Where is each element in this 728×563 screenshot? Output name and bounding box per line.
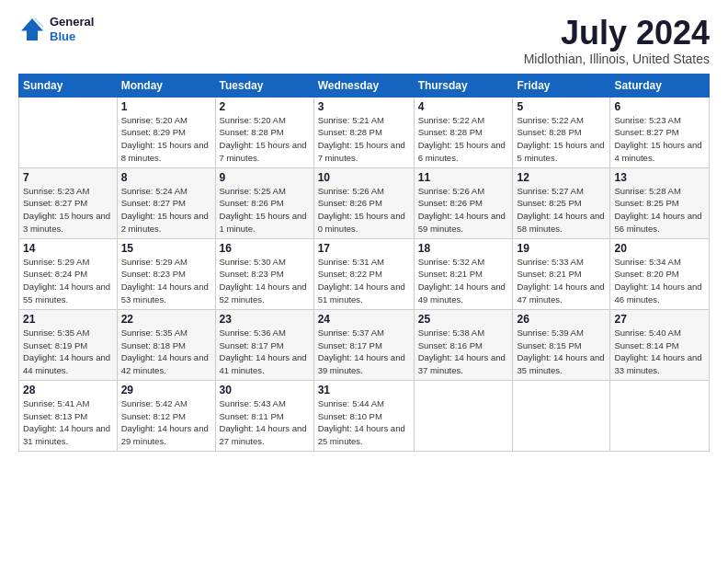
day-number: 27: [614, 313, 705, 326]
day-number: 8: [121, 171, 211, 184]
day-info: Sunrise: 5:34 AM Sunset: 8:20 PM Dayligh…: [614, 256, 705, 306]
day-info: Sunrise: 5:31 AM Sunset: 8:22 PM Dayligh…: [318, 256, 410, 306]
day-info: Sunrise: 5:32 AM Sunset: 8:21 PM Dayligh…: [418, 256, 509, 306]
calendar-week-row: 7Sunrise: 5:23 AM Sunset: 8:27 PM Daylig…: [19, 167, 710, 238]
table-row: 19Sunrise: 5:33 AM Sunset: 8:21 PM Dayli…: [513, 238, 610, 309]
day-number: 18: [418, 242, 509, 255]
title-block: July 2024 Midlothian, Illinois, United S…: [524, 15, 710, 66]
col-saturday: Saturday: [610, 74, 710, 97]
day-number: 12: [517, 171, 606, 184]
table-row: 29Sunrise: 5:42 AM Sunset: 8:12 PM Dayli…: [117, 380, 215, 451]
day-number: 4: [418, 100, 509, 113]
day-number: 10: [318, 171, 410, 184]
day-number: 2: [220, 100, 310, 113]
day-info: Sunrise: 5:37 AM Sunset: 8:17 PM Dayligh…: [318, 327, 410, 377]
day-number: 22: [121, 313, 211, 326]
day-number: 5: [517, 100, 606, 113]
calendar-table: Sunday Monday Tuesday Wednesday Thursday…: [18, 74, 710, 452]
day-number: 14: [23, 242, 113, 255]
calendar-week-row: 28Sunrise: 5:41 AM Sunset: 8:13 PM Dayli…: [19, 380, 710, 451]
table-row: 10Sunrise: 5:26 AM Sunset: 8:26 PM Dayli…: [313, 167, 414, 238]
day-number: 16: [220, 242, 310, 255]
calendar-header-row: Sunday Monday Tuesday Wednesday Thursday…: [19, 74, 710, 97]
day-number: 11: [418, 171, 509, 184]
day-number: 20: [614, 242, 705, 255]
table-row: 21Sunrise: 5:35 AM Sunset: 8:19 PM Dayli…: [19, 309, 118, 380]
table-row: 8Sunrise: 5:24 AM Sunset: 8:27 PM Daylig…: [117, 167, 215, 238]
calendar-week-row: 14Sunrise: 5:29 AM Sunset: 8:24 PM Dayli…: [19, 238, 710, 309]
page-header: General Blue July 2024 Midlothian, Illin…: [18, 15, 710, 66]
svg-marker-0: [21, 18, 43, 40]
day-info: Sunrise: 5:22 AM Sunset: 8:28 PM Dayligh…: [517, 114, 606, 165]
day-info: Sunrise: 5:27 AM Sunset: 8:25 PM Dayligh…: [517, 185, 606, 236]
day-info: Sunrise: 5:22 AM Sunset: 8:28 PM Dayligh…: [418, 114, 509, 165]
table-row: 27Sunrise: 5:40 AM Sunset: 8:14 PM Dayli…: [610, 309, 710, 380]
col-sunday: Sunday: [19, 74, 118, 97]
table-row: 20Sunrise: 5:34 AM Sunset: 8:20 PM Dayli…: [610, 238, 710, 309]
table-row: [610, 380, 710, 451]
table-row: 13Sunrise: 5:28 AM Sunset: 8:25 PM Dayli…: [610, 167, 710, 238]
day-number: 13: [614, 171, 705, 184]
day-number: 28: [23, 384, 113, 396]
table-row: 16Sunrise: 5:30 AM Sunset: 8:23 PM Dayli…: [215, 238, 313, 309]
day-info: Sunrise: 5:33 AM Sunset: 8:21 PM Dayligh…: [517, 256, 606, 306]
table-row: 7Sunrise: 5:23 AM Sunset: 8:27 PM Daylig…: [19, 167, 118, 238]
table-row: 11Sunrise: 5:26 AM Sunset: 8:26 PM Dayli…: [414, 167, 513, 238]
day-info: Sunrise: 5:29 AM Sunset: 8:23 PM Dayligh…: [121, 256, 211, 306]
calendar-week-row: 21Sunrise: 5:35 AM Sunset: 8:19 PM Dayli…: [19, 309, 710, 380]
day-info: Sunrise: 5:26 AM Sunset: 8:26 PM Dayligh…: [418, 185, 509, 236]
day-info: Sunrise: 5:38 AM Sunset: 8:16 PM Dayligh…: [418, 327, 509, 377]
table-row: 14Sunrise: 5:29 AM Sunset: 8:24 PM Dayli…: [19, 238, 118, 309]
day-info: Sunrise: 5:42 AM Sunset: 8:12 PM Dayligh…: [121, 397, 211, 448]
day-number: 1: [121, 100, 211, 113]
day-number: 23: [220, 313, 310, 326]
day-info: Sunrise: 5:35 AM Sunset: 8:19 PM Dayligh…: [23, 327, 113, 377]
day-info: Sunrise: 5:44 AM Sunset: 8:10 PM Dayligh…: [318, 397, 410, 448]
table-row: 2Sunrise: 5:20 AM Sunset: 8:28 PM Daylig…: [215, 97, 313, 167]
table-row: 9Sunrise: 5:25 AM Sunset: 8:26 PM Daylig…: [215, 167, 313, 238]
day-number: 9: [220, 171, 310, 184]
col-wednesday: Wednesday: [313, 74, 414, 97]
col-thursday: Thursday: [414, 74, 513, 97]
day-number: 25: [418, 313, 509, 326]
table-row: 15Sunrise: 5:29 AM Sunset: 8:23 PM Dayli…: [117, 238, 215, 309]
table-row: 28Sunrise: 5:41 AM Sunset: 8:13 PM Dayli…: [19, 380, 118, 451]
table-row: 12Sunrise: 5:27 AM Sunset: 8:25 PM Dayli…: [513, 167, 610, 238]
table-row: 22Sunrise: 5:35 AM Sunset: 8:18 PM Dayli…: [117, 309, 215, 380]
day-number: 7: [23, 171, 113, 184]
day-number: 15: [121, 242, 211, 255]
day-number: 24: [318, 313, 410, 326]
day-info: Sunrise: 5:40 AM Sunset: 8:14 PM Dayligh…: [614, 327, 705, 377]
table-row: 17Sunrise: 5:31 AM Sunset: 8:22 PM Dayli…: [313, 238, 414, 309]
table-row: 23Sunrise: 5:36 AM Sunset: 8:17 PM Dayli…: [215, 309, 313, 380]
day-number: 30: [220, 384, 310, 396]
table-row: 18Sunrise: 5:32 AM Sunset: 8:21 PM Dayli…: [414, 238, 513, 309]
day-info: Sunrise: 5:30 AM Sunset: 8:23 PM Dayligh…: [220, 256, 310, 306]
logo: General Blue: [18, 15, 94, 43]
day-info: Sunrise: 5:28 AM Sunset: 8:25 PM Dayligh…: [614, 185, 705, 236]
day-info: Sunrise: 5:29 AM Sunset: 8:24 PM Dayligh…: [23, 256, 113, 306]
day-number: 6: [614, 100, 705, 113]
day-number: 31: [318, 384, 410, 396]
table-row: 26Sunrise: 5:39 AM Sunset: 8:15 PM Dayli…: [513, 309, 610, 380]
table-row: 31Sunrise: 5:44 AM Sunset: 8:10 PM Dayli…: [313, 380, 414, 451]
table-row: 3Sunrise: 5:21 AM Sunset: 8:28 PM Daylig…: [313, 97, 414, 167]
day-info: Sunrise: 5:39 AM Sunset: 8:15 PM Dayligh…: [517, 327, 606, 377]
day-info: Sunrise: 5:23 AM Sunset: 8:27 PM Dayligh…: [614, 114, 705, 165]
logo-general-text: General: [50, 15, 94, 29]
table-row: [19, 97, 118, 167]
day-info: Sunrise: 5:20 AM Sunset: 8:28 PM Dayligh…: [220, 114, 310, 165]
table-row: 1Sunrise: 5:20 AM Sunset: 8:29 PM Daylig…: [117, 97, 215, 167]
table-row: 5Sunrise: 5:22 AM Sunset: 8:28 PM Daylig…: [513, 97, 610, 167]
table-row: 30Sunrise: 5:43 AM Sunset: 8:11 PM Dayli…: [215, 380, 313, 451]
month-title: July 2024: [524, 15, 710, 52]
day-number: 29: [121, 384, 211, 396]
day-info: Sunrise: 5:24 AM Sunset: 8:27 PM Dayligh…: [121, 185, 211, 236]
table-row: 6Sunrise: 5:23 AM Sunset: 8:27 PM Daylig…: [610, 97, 710, 167]
day-info: Sunrise: 5:36 AM Sunset: 8:17 PM Dayligh…: [220, 327, 310, 377]
logo-icon: [18, 16, 46, 43]
day-info: Sunrise: 5:26 AM Sunset: 8:26 PM Dayligh…: [318, 185, 410, 236]
col-tuesday: Tuesday: [215, 74, 313, 97]
table-row: [513, 380, 610, 451]
day-number: 26: [517, 313, 606, 326]
